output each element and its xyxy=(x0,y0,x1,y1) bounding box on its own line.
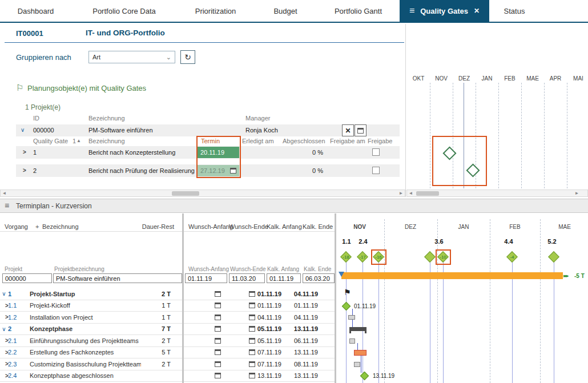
group-by-select[interactable]: Art ⌄ xyxy=(88,51,175,63)
col-header-dauer-rest[interactable]: Dauer-Rest xyxy=(137,223,174,230)
col-header-gate-bezeichnung[interactable]: Bezeichnung xyxy=(88,138,125,144)
menu-icon[interactable]: ≡ xyxy=(409,6,414,15)
scroll-right-icon[interactable]: ► xyxy=(397,191,405,196)
kalk-anfang-cell[interactable]: 13.11.19 xyxy=(241,372,281,379)
gantt-splitter[interactable] xyxy=(335,213,336,383)
kalk-anfang-cell[interactable]: 01.11.19 xyxy=(241,302,281,309)
expand-icon[interactable]: > xyxy=(0,373,8,379)
col-header-kalk-ende[interactable]: Kalk. Ende xyxy=(303,223,333,230)
task-row[interactable]: > 2.2 Erstellung des Fachkonzeptes 5 T 0… xyxy=(0,347,336,359)
add-column-icon[interactable]: + xyxy=(35,223,39,230)
tab-dashboard[interactable]: Dashboard xyxy=(0,0,71,22)
section-menu-icon[interactable]: ≡ xyxy=(5,201,9,210)
delete-button[interactable]: ✕ xyxy=(342,124,354,136)
expand-icon[interactable]: > xyxy=(0,361,8,367)
month-label: MAE xyxy=(547,224,582,230)
gantt-task-bar[interactable] xyxy=(354,362,360,367)
col-header-freigabe-am[interactable]: Freigabe am xyxy=(330,138,365,144)
kalk-anfang-cell[interactable]: 04.11.19 xyxy=(241,314,281,321)
scroll-left-icon[interactable]: ◄ xyxy=(407,191,414,196)
col-header-termin[interactable]: Termin xyxy=(201,138,220,144)
tab-budget[interactable]: Budget xyxy=(254,0,317,22)
task-number: 2.2 xyxy=(8,349,30,356)
tab-portfolio-gantt[interactable]: Portfolio Gantt xyxy=(317,0,400,22)
gantt-milestone-diamond[interactable]: -18 xyxy=(341,252,351,261)
freigabe-checkbox[interactable] xyxy=(372,148,380,156)
freigabe-checkbox[interactable] xyxy=(372,167,380,174)
column-splitter[interactable] xyxy=(182,213,184,383)
task-duration: 2 T xyxy=(141,361,171,368)
calendar-button[interactable] xyxy=(355,124,367,136)
gantt-milestone-diamond[interactable] xyxy=(342,302,351,311)
task-row[interactable]: > 2.3 Customizing Basisschulung Projektt… xyxy=(0,358,336,370)
quality-gate-diamond[interactable] xyxy=(442,146,456,160)
scroll-left-icon[interactable]: ◄ xyxy=(1,191,8,196)
project-id-field[interactable]: 000000 xyxy=(2,273,52,283)
tab-quality-gates[interactable]: ≡ Quality Gates ✕ xyxy=(400,0,489,22)
col-header-freigabe[interactable]: Freigabe xyxy=(368,138,392,144)
project-kalk-ende-field[interactable]: 06.03.20 xyxy=(303,273,335,283)
project-kalk-anfang-field[interactable]: 01.11.19 xyxy=(267,273,301,283)
quality-gate-diamond[interactable] xyxy=(466,163,480,177)
task-row[interactable]: > 1.1 Projekt-Kickoff 1 T 01.11.19 01.11… xyxy=(0,300,336,312)
gantt-milestone-diamond[interactable]: -16 xyxy=(374,252,383,261)
scrollbar-thumb[interactable] xyxy=(172,191,199,196)
task-row[interactable]: > 2.1 Einführungsschulung des Projekttea… xyxy=(0,335,336,347)
kalk-anfang-cell[interactable]: 07.11.19 xyxy=(241,349,281,356)
kalk-anfang-cell[interactable]: 07.11.19 xyxy=(241,361,281,368)
collapse-icon[interactable]: ∨ xyxy=(0,326,8,332)
gantt-summary-bar[interactable] xyxy=(349,327,367,331)
gantt-milestone-diamond[interactable]: -10 xyxy=(438,252,448,261)
expand-icon[interactable]: > xyxy=(0,303,8,309)
project-name-field[interactable]: PM-Software einführen xyxy=(53,273,182,283)
col-header-wunsch-ende[interactable]: Wunsch-Ende xyxy=(229,223,268,230)
col-header-erledigt-am[interactable]: Erledigt am xyxy=(242,138,274,144)
expand-icon[interactable]: > xyxy=(0,314,8,320)
horizontal-scrollbar[interactable]: ◄ ► xyxy=(406,190,588,197)
task-row[interactable]: ∨ 1 Projekt-Startup 2 T 01.11.19 04.11.1… xyxy=(0,288,336,300)
gantt-task-bar-critical[interactable] xyxy=(354,350,367,356)
gantt-task-bar[interactable] xyxy=(349,338,355,344)
col-header-bezeichnung[interactable]: Bezeichnung xyxy=(42,223,79,230)
col-header-quality-gate[interactable]: Quality Gate xyxy=(33,138,68,144)
col-header-bezeichnung: Bezeichnung xyxy=(88,115,125,122)
expand-icon[interactable]: > xyxy=(23,149,26,155)
scrollbar-thumb[interactable] xyxy=(416,191,439,196)
scroll-right-icon[interactable]: ► xyxy=(573,191,581,196)
expand-icon[interactable]: > xyxy=(23,167,26,174)
kalk-anfang-cell[interactable]: 05.11.19 xyxy=(241,337,281,344)
project-wunsch-anfang-field[interactable]: 01.11.19 xyxy=(185,273,227,283)
gantt-milestone-diamond[interactable]: -17 xyxy=(358,252,367,261)
collapse-icon[interactable]: ∨ xyxy=(0,291,8,297)
expand-icon[interactable]: > xyxy=(0,337,8,344)
tab-portfolio-core-data[interactable]: Portfolio Core Data xyxy=(71,0,177,22)
month-label: APR xyxy=(544,75,567,82)
refresh-button[interactable]: ↻ xyxy=(180,50,195,64)
gantt-milestone-diamond[interactable]: -4 xyxy=(508,252,517,261)
col-header-kalk-anfang[interactable]: Kalk. Anfang xyxy=(267,223,302,230)
col-header-wunsch-anfang[interactable]: Wunsch-Anfang xyxy=(188,223,233,230)
kalk-anfang-cell[interactable]: 01.11.19 xyxy=(241,291,281,297)
expand-icon[interactable]: > xyxy=(0,349,8,356)
gantt-milestone-diamond[interactable] xyxy=(360,372,369,381)
gantt-milestone-diamond[interactable] xyxy=(425,252,434,261)
collapse-icon[interactable]: ∨ xyxy=(21,127,25,133)
col-header-vorgang[interactable]: Vorgang xyxy=(5,223,28,230)
gantt-project-bar[interactable] xyxy=(341,272,563,279)
horizontal-scrollbar[interactable]: ◄ ► xyxy=(0,190,405,197)
tab-status[interactable]: Status xyxy=(489,0,539,22)
task-row[interactable]: > 1.2 Installation von Project 1 T 04.11… xyxy=(0,312,336,324)
close-tab-icon[interactable]: ✕ xyxy=(474,7,480,15)
gate-termin-field[interactable]: 27.12.19 xyxy=(198,165,239,176)
gantt-task-bar[interactable] xyxy=(348,315,355,320)
gate-termin-field[interactable]: 20.11.19 xyxy=(198,147,239,158)
calendar-icon[interactable] xyxy=(230,168,236,174)
task-row[interactable]: > 2.4 Konzeptphase abgeschlossen 13.11.1… xyxy=(0,370,336,382)
task-duration: 2 T xyxy=(141,291,171,297)
gantt-milestone-diamond[interactable] xyxy=(549,252,558,261)
project-wunsch-ende-field[interactable]: 11.03.20 xyxy=(229,273,265,283)
kalk-anfang-cell[interactable]: 05.11.19 xyxy=(241,325,281,332)
task-row[interactable]: ∨ 2 Konzeptphase 7 T 05.11.19 13.11.19 xyxy=(0,324,336,336)
tab-prioritization[interactable]: Prioritization xyxy=(177,0,254,22)
col-header-abgeschlossen[interactable]: Abgeschlossen xyxy=(283,138,325,144)
